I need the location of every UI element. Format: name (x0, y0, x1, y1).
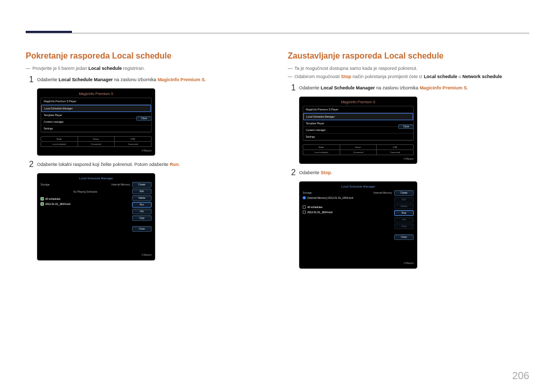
menu-item[interactable]: MagicInfo Premium S Player (303, 106, 413, 113)
checkbox-icon (303, 206, 306, 209)
menu-list: MagicInfo Premium S Player Local Schedul… (303, 106, 414, 141)
screenshot-lsm-stop: Local Schedule Manager StorageInternal M… (299, 181, 417, 269)
note-available: Ta je mogućnost dostupna samo kada je ra… (288, 66, 529, 71)
menu-title: MagicInfo Premium S (41, 92, 152, 98)
step-number: 2 (288, 168, 299, 177)
note-bold: Local schedule (88, 66, 122, 71)
checkbox-icon (303, 211, 306, 214)
stop-button[interactable]: Stop (394, 210, 414, 216)
step-text: Odaberite Local Schedule Manager na zasl… (37, 75, 267, 84)
delete-button[interactable]: Delete (132, 195, 152, 201)
storage-value: Internal Memory (374, 191, 392, 194)
section-title-stop: Zaustavljanje rasporeda Local schedule (288, 51, 529, 61)
close-button[interactable]: Close (398, 124, 414, 129)
checkbox-icon (41, 197, 44, 200)
checkbox-schedule-file[interactable]: 2012.01.01_1834.lsch (303, 210, 392, 215)
screenshot-magicinfo-menu: MagicInfo Premium S MagicInfo Premium S … (37, 88, 155, 156)
return-label[interactable]: Return (303, 262, 414, 265)
menu-title: MagicInfo Premium S (303, 100, 414, 106)
step-2-left: 2 Odaberite lokalni raspored koji želite… (26, 160, 267, 169)
checkbox-icon (41, 202, 44, 206)
checkbox-all-schedules[interactable]: All schedules (41, 196, 130, 201)
close-button[interactable]: Close (132, 226, 152, 232)
delete-button: Delete (394, 203, 414, 209)
step-2-right: 2 Odaberite Stop. (288, 168, 529, 177)
checkbox-all-schedules[interactable]: All schedules (303, 204, 392, 210)
note-registered: Provjerite je li barem jedan Local sched… (26, 66, 267, 71)
section-title-start: Pokretanje rasporeda Local schedule (26, 51, 267, 61)
lsm-button-column: Create Edit Delete Run Info Copy Close (132, 182, 152, 251)
menu-item[interactable]: Settings (41, 125, 151, 132)
page-number: 206 (512, 370, 529, 382)
left-column: Pokretanje rasporeda Local schedule Prov… (26, 51, 267, 273)
step-text: Odaberite lokalni raspored koji želite p… (37, 160, 267, 169)
menu-item[interactable]: MagicInfo Premium S Player (41, 98, 151, 105)
right-column: Zaustavljanje rasporeda Local schedule T… (288, 51, 529, 273)
close-button[interactable]: Close (394, 234, 414, 240)
step-1-left: 1 Odaberite Local Schedule Manager na za… (26, 75, 267, 84)
run-button[interactable]: Run (132, 202, 152, 208)
edit-button[interactable]: Edit (132, 189, 152, 194)
copy-button: Copy (394, 223, 414, 229)
step-text: Odaberite Local Schedule Manager na zasl… (299, 83, 529, 92)
menu-item-selected[interactable]: Local Schedule Manager (41, 105, 151, 112)
screenshot-lsm-run: Local Schedule Manager StorageInternal M… (37, 173, 155, 260)
checkbox-schedule-file[interactable]: 2012.01.01_1834.lsch (41, 201, 130, 207)
step-number: 1 (26, 75, 37, 84)
step-text: Odaberite Stop. (299, 168, 529, 177)
screenshot-magicinfo-menu: MagicInfo Premium S MagicInfo Premium S … (299, 97, 417, 164)
note-text: Provjerite je li barem jedan (32, 66, 88, 71)
return-label[interactable]: Return (41, 253, 152, 256)
menu-item-selected[interactable]: Local Schedule Manager (303, 113, 413, 120)
status-table-row: Local schedule Connected Connected (41, 142, 152, 147)
status-table-row: Local schedule Connected Connected (303, 150, 414, 155)
close-button[interactable]: Close (136, 116, 152, 121)
storage-label: Storage (303, 191, 312, 194)
menu-item[interactable]: Settings (303, 134, 413, 140)
play-icon (303, 196, 306, 199)
status-table: Mode Server USB (303, 144, 414, 150)
storage-value: Internal Memory (112, 183, 130, 186)
note-text-post: registriran. (122, 66, 145, 71)
storage-label: Storage (41, 183, 50, 186)
return-label[interactable]: Return (41, 149, 152, 152)
menu-list: MagicInfo Premium S Player Local Schedul… (41, 98, 152, 133)
status-table: Mode Server USB (41, 136, 152, 142)
create-button[interactable]: Create (394, 190, 414, 196)
copy-button[interactable]: Copy (132, 215, 152, 221)
lsm-title: Local Schedule Manager (303, 185, 414, 190)
return-label[interactable]: Return (303, 157, 414, 160)
edit-button: Edit (394, 197, 414, 202)
step-number: 2 (26, 160, 37, 169)
create-button[interactable]: Create (132, 182, 152, 188)
note-stop-changes-mode: Odabirom mogućnosti Stop način pokretanj… (288, 74, 529, 79)
step-1-right: 1 Odaberite Local Schedule Manager na za… (288, 83, 529, 92)
no-playing-label: No Playing Schedule (41, 187, 130, 196)
playing-schedule-row[interactable]: [Internal Memory] 2012.01.01_1834.lsch (303, 195, 392, 200)
info-button: Info (394, 217, 414, 222)
lsm-title: Local Schedule Manager (41, 177, 152, 182)
lsm-button-column: Create Edit Delete Stop Info Copy Close (394, 190, 414, 259)
header-divider (26, 33, 529, 33)
step-number: 1 (288, 83, 299, 92)
info-button[interactable]: Info (132, 209, 152, 214)
